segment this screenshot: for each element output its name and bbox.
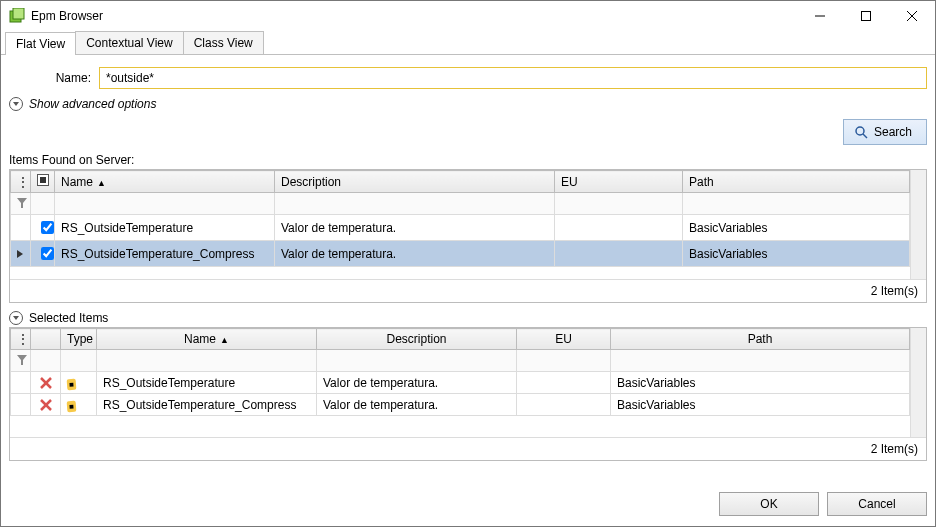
selected-items-grid: ⋮ Type Name▲ Description EU Path (9, 327, 927, 461)
col-name[interactable]: Name▲ (55, 171, 275, 193)
row-indicator (11, 241, 31, 267)
search-row: Search (9, 119, 927, 145)
filter-icon[interactable] (11, 193, 31, 215)
cancel-button[interactable]: Cancel (827, 492, 927, 516)
filter-row (11, 350, 910, 372)
table-row[interactable]: ■ RS_OutsideTemperature_Compress Valor d… (11, 394, 910, 416)
name-filter-row: Name: (9, 67, 927, 89)
items-found-header-row: ⋮ Name▲ Description EU Path (11, 171, 910, 193)
filter-desc-input[interactable] (317, 350, 517, 372)
col-description[interactable]: Description (317, 329, 517, 350)
col-path[interactable]: Path (611, 329, 910, 350)
row-name: RS_OutsideTemperature (97, 372, 317, 394)
row-eu (555, 215, 683, 241)
tab-contextual-view[interactable]: Contextual View (75, 31, 184, 54)
col-name[interactable]: Name▲ (97, 329, 317, 350)
app-icon (9, 8, 25, 24)
col-eu[interactable]: EU (517, 329, 611, 350)
table-row[interactable]: RS_OutsideTemperature_Compress Valor de … (11, 241, 910, 267)
filter-path-input[interactable] (683, 193, 910, 215)
window-title: Epm Browser (31, 9, 103, 23)
selected-items-count: 2 Item(s) (10, 437, 926, 460)
row-eu (555, 241, 683, 267)
tab-class-view[interactable]: Class View (183, 31, 264, 54)
remove-item-button[interactable] (31, 394, 61, 416)
close-button[interactable] (889, 1, 935, 31)
filter-name-input[interactable] (97, 350, 317, 372)
filter-name-input[interactable] (55, 193, 275, 215)
table-row[interactable]: RS_OutsideTemperature Valor de temperatu… (11, 215, 910, 241)
filter-desc-input[interactable] (275, 193, 555, 215)
ok-button[interactable]: OK (719, 492, 819, 516)
row-eu (517, 372, 611, 394)
selected-items-label: Selected Items (29, 311, 108, 325)
col-description[interactable]: Description (275, 171, 555, 193)
search-button-label: Search (874, 125, 912, 139)
filter-eu-input[interactable] (517, 350, 611, 372)
row-checkbox-cell[interactable] (31, 241, 55, 267)
search-button[interactable]: Search (843, 119, 927, 145)
body-area: Name: Show advanced options Search (1, 55, 935, 482)
chevron-down-icon (9, 311, 23, 325)
items-found-label: Items Found on Server: (9, 153, 927, 167)
epm-browser-window: Epm Browser Flat View Contextual View Cl… (0, 0, 936, 527)
row-checkbox-cell[interactable] (31, 215, 55, 241)
row-path: BasicVariables (611, 372, 910, 394)
tag-icon: ■ (67, 400, 77, 412)
dialog-button-row: OK Cancel (1, 482, 935, 526)
advanced-options-toggle[interactable]: Show advanced options (9, 97, 927, 111)
filter-eu-input[interactable] (555, 193, 683, 215)
row-name: RS_OutsideTemperature (55, 215, 275, 241)
svg-rect-1 (13, 8, 24, 19)
row-eu (517, 394, 611, 416)
col-delete (31, 329, 61, 350)
row-name: RS_OutsideTemperature_Compress (55, 241, 275, 267)
name-input[interactable] (99, 67, 927, 89)
row-description: Valor de temperatura. (317, 372, 517, 394)
chevron-down-icon (9, 97, 23, 111)
row-checkbox[interactable] (41, 247, 54, 260)
filter-row (11, 193, 910, 215)
row-indicator (11, 215, 31, 241)
row-type-icon: ■ (61, 372, 97, 394)
minimize-button[interactable] (797, 1, 843, 31)
view-tabs: Flat View Contextual View Class View (1, 31, 935, 55)
tab-flat-view[interactable]: Flat View (5, 32, 76, 55)
tristate-checkbox-icon (37, 174, 49, 186)
window-controls (797, 1, 935, 31)
svg-point-6 (856, 127, 864, 135)
row-path: BasicVariables (611, 394, 910, 416)
sort-asc-icon: ▲ (220, 335, 229, 345)
check-all-header[interactable] (31, 171, 55, 193)
col-eu[interactable]: EU (555, 171, 683, 193)
col-path[interactable]: Path (683, 171, 910, 193)
row-description: Valor de temperatura. (317, 394, 517, 416)
current-row-marker-icon (17, 250, 23, 258)
row-checkbox[interactable] (41, 221, 54, 234)
maximize-button[interactable] (843, 1, 889, 31)
remove-item-button[interactable] (31, 372, 61, 394)
sort-asc-icon: ▲ (97, 178, 106, 188)
row-path: BasicVariables (683, 241, 910, 267)
svg-marker-9 (17, 355, 27, 365)
filter-icon[interactable] (11, 350, 31, 372)
titlebar-left: Epm Browser (9, 8, 103, 24)
svg-line-7 (863, 134, 867, 138)
row-description: Valor de temperatura. (275, 241, 555, 267)
col-type[interactable]: Type (61, 329, 97, 350)
search-icon (854, 125, 868, 139)
svg-rect-3 (862, 12, 871, 21)
items-found-count: 2 Item(s) (10, 279, 926, 302)
row-path: BasicVariables (683, 215, 910, 241)
grip-header: ⋮ (11, 329, 31, 350)
filter-path-input[interactable] (611, 350, 910, 372)
selected-items-header-row: ⋮ Type Name▲ Description EU Path (11, 329, 910, 350)
selected-items-toggle[interactable]: Selected Items (9, 311, 927, 325)
titlebar: Epm Browser (1, 1, 935, 31)
items-found-grid: ⋮ Name▲ Description EU Path (9, 169, 927, 303)
table-row[interactable]: ■ RS_OutsideTemperature Valor de tempera… (11, 372, 910, 394)
advanced-options-label: Show advanced options (29, 97, 156, 111)
grip-header: ⋮ (11, 171, 31, 193)
row-name: RS_OutsideTemperature_Compress (97, 394, 317, 416)
name-label: Name: (9, 71, 99, 85)
